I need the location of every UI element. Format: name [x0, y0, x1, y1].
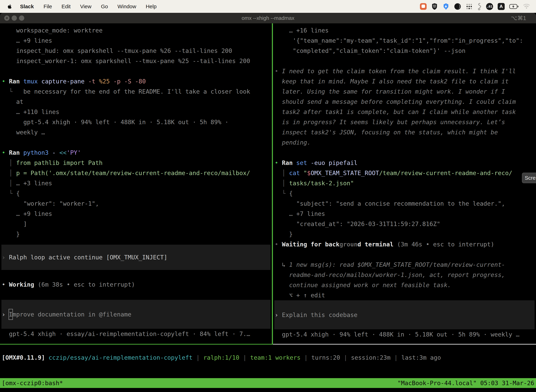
window-titlebar: omx --xhigh --madmax ⌥⌘1: [0, 13, 536, 23]
tmux-host-clock: "MacBook-Pro-44.local" 05:03 31-Mar-26: [397, 378, 534, 388]
screen-record-icon[interactable]: [420, 3, 427, 10]
terminal-line: • Working (6m 38s • esc to interrupt): [0, 280, 272, 289]
dots-grid-icon[interactable]: [466, 3, 473, 10]
terminal-line: readme-and-reco/mailbox/worker-1.json, a…: [273, 270, 536, 280]
terminal-line: └ be necessary for the end of the README…: [0, 86, 272, 97]
terminal-line: weekly …: [0, 127, 272, 137]
terminal-line: • Waiting for background terminal (3m 46…: [273, 239, 536, 249]
menu-item-window[interactable]: Window: [113, 4, 141, 9]
terminal-line: [OMX#0.11.9] cczip/essay/ai-reimplementa…: [0, 352, 536, 363]
menu-item-view[interactable]: View: [75, 4, 96, 9]
terminal-line: … +16 lines: [273, 25, 536, 36]
terminal-line: gpt-5.4 xhigh · 94% left · 488K in · 5.1…: [273, 329, 536, 340]
terminal-line: • Ran set -euo pipefail: [273, 158, 536, 168]
prompt-input[interactable]: › Ralph loop active continue [OMX_TMUX_I…: [1, 245, 270, 270]
wifi-icon[interactable]: [523, 4, 530, 9]
apple-menu-icon[interactable]: [7, 4, 12, 9]
terminal-line: should send a message before completing …: [273, 97, 536, 107]
tmux-session-label[interactable]: [omx-cczip0:bash*: [2, 378, 63, 388]
desktop: Slack File Edit View Go Window Help: [0, 0, 536, 392]
input-source-icon[interactable]: A: [498, 3, 505, 10]
terminal-line: '{"team_name":"my-team","task_id":"1","f…: [273, 36, 536, 46]
terminal-line: "worker": "worker-1",: [0, 198, 272, 209]
terminal-line: [273, 56, 536, 66]
terminal-line: • Ran tmux capture-pane -t %25 -p -S -80: [0, 76, 272, 86]
terminal-line: │ cat "$OMX_TEAM_STATE_ROOT/team/review-…: [273, 168, 536, 178]
terminal-line: … +110 lines: [0, 107, 272, 117]
menu-bar: Slack File Edit View Go Window Help: [0, 0, 536, 13]
blue-bolt-badge-icon[interactable]: [442, 3, 450, 10]
terminal-line: workspace_mode: worktree: [0, 25, 272, 36]
terminal-line: [273, 148, 536, 158]
terminal-line: later. Using the same for transition mig…: [273, 86, 536, 97]
terminal-line: ⌥ + ↑ edit: [273, 290, 536, 300]
terminal-line: inspect_hud: omx sparkshell --tmux-pane …: [0, 46, 272, 56]
terminal-line: }: [0, 229, 272, 239]
terminal-line: │ p = Path('.omx/state/team/review-curre…: [0, 168, 272, 178]
terminal-line: └ {: [0, 188, 272, 198]
terminal-line: pending.: [273, 137, 536, 148]
menu-item-edit[interactable]: Edit: [57, 4, 76, 9]
terminal-line: ]: [0, 219, 272, 229]
tmux-status-bar: [omx-cczip0:bash* "MacBook-Pro-44.local"…: [0, 378, 536, 388]
menu-item-go[interactable]: Go: [96, 4, 113, 9]
terminal-line: [273, 249, 536, 260]
terminal-line: │ tasks/task-2.json": [273, 178, 536, 188]
terminal-line: inspect_worker-1: omx sparkshell --tmux-…: [0, 56, 272, 66]
right-pane: … +16 lines '{"team_name":"my-team","tas…: [273, 23, 536, 345]
terminal-line: … +9 lines: [0, 36, 272, 46]
terminal-line: • Ran python3 - <<'PY': [0, 148, 272, 158]
squiggle-icon[interactable]: [477, 3, 482, 10]
window-shortcut-hint: ⌥⌘1: [511, 15, 526, 21]
terminal-line: "completed","claim_token":"claim-token"}…: [273, 46, 536, 56]
terminal-line: └ {: [273, 188, 536, 198]
terminal-line: gpt-5.4 xhigh · essay/ai-reimplementatio…: [0, 329, 272, 339]
terminal-line: • I need to get the claim token from the…: [273, 66, 536, 76]
terminal-line: │ … +3 lines: [0, 178, 272, 188]
terminal-line: "subject": "send a concise recommendatio…: [273, 198, 536, 209]
left-pane: workspace_mode: worktree … +9 lines insp…: [0, 23, 272, 345]
terminal-line: │ from pathlib import Path: [0, 158, 272, 168]
battery-icon[interactable]: [509, 4, 518, 9]
counter-badge-icon[interactable]: ..61: [486, 3, 493, 10]
menu-app-name[interactable]: Slack: [15, 4, 39, 9]
terminal-line: gpt-5.4 xhigh · 94% left · 488K in · 5.1…: [0, 117, 272, 127]
menu-item-help[interactable]: Help: [141, 4, 161, 9]
menu-bar-status-area: ..61 A: [420, 3, 536, 10]
terminal-window: omx --xhigh --madmax ⌥⌘1 workspace_mode:…: [0, 13, 536, 392]
terminal-area: workspace_mode: worktree … +9 lines insp…: [0, 23, 536, 345]
menu-item-file[interactable]: File: [39, 4, 57, 9]
terminal-line: is in progress? It seems likely but perh…: [273, 117, 536, 127]
terminal-line: at: [0, 97, 272, 107]
screen-tooltip: Scre: [522, 173, 536, 183]
privacy-shield-icon[interactable]: [431, 3, 438, 10]
terminal-line: keep that in mind. Maybe I also need the…: [273, 76, 536, 86]
terminal-line: inspect task2's JSON, focusing on the st…: [273, 127, 536, 137]
terminal-line: … +9 lines: [0, 209, 272, 219]
menu-bar-left: Slack File Edit View Go Window Help: [0, 4, 161, 9]
crescent-circle-icon[interactable]: [454, 3, 461, 10]
terminal-line: }: [273, 229, 536, 239]
terminal-line: [0, 137, 272, 148]
omx-status-pane: [OMX#0.11.9] cczip/essay/ai-reimplementa…: [0, 345, 536, 378]
window-title: omx --xhigh --madmax: [0, 15, 536, 21]
terminal-line: "created_at": "2026-03-31T11:59:27.816Z": [273, 219, 536, 229]
prompt-input[interactable]: › Explain this codebase: [274, 300, 535, 329]
prompt-input[interactable]: › Improve documentation in @filename: [1, 300, 270, 329]
terminal-line: task2 after task1 is complete, but can I…: [273, 107, 536, 117]
terminal-line: continue assigned work or next feasible …: [273, 280, 536, 290]
terminal-line: [0, 66, 272, 76]
terminal-line: … +7 lines: [273, 209, 536, 219]
terminal-line: ↳ 1 new msg(s): read $OMX_TEAM_STATE_ROO…: [273, 260, 536, 270]
